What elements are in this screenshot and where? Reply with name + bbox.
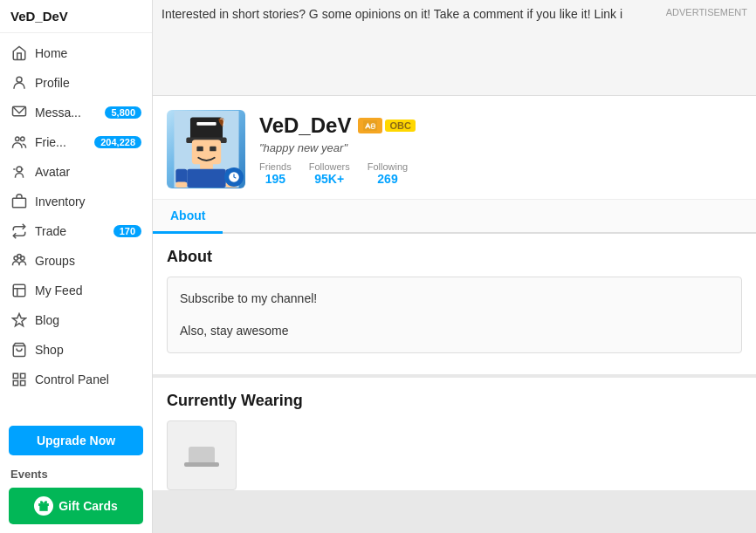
builder-icon: [358, 118, 382, 133]
sidebar-item-blog-label: Blog: [35, 313, 141, 327]
svg-rect-29: [175, 169, 187, 184]
profile-stats: Friends 195 Followers 95K+ Following 269: [259, 161, 742, 186]
sidebar-item-myfeed-label: My Feed: [35, 284, 141, 297]
stat-friends: Friends 195: [259, 161, 292, 186]
stat-followers: Followers 95K+: [309, 161, 350, 186]
person-icon: [10, 74, 28, 92]
ad-banner: Interested in short stories? G some opin…: [153, 0, 756, 96]
svg-rect-14: [13, 373, 17, 378]
trade-badge: 170: [113, 225, 141, 237]
profile-info: VeD_DeV OBC: [259, 113, 742, 186]
svg-point-8: [17, 255, 22, 259]
sidebar-logo: VeD_DeV: [0, 0, 152, 33]
sidebar-item-groups-label: Groups: [35, 254, 141, 268]
currently-wearing-title: Currently Wearing: [167, 392, 742, 410]
followers-count: 95K+: [309, 172, 350, 186]
svg-rect-18: [38, 503, 49, 506]
avatar-container: [167, 110, 245, 188]
panel-icon: [10, 371, 28, 388]
gift-icon: [34, 496, 53, 516]
about-line-1: Subscribe to my channel!: [180, 288, 729, 310]
profile-section: VeD_DeV OBC: [153, 96, 756, 490]
about-line-2: Also, stay awesome: [180, 320, 729, 342]
currently-wearing-section: Currently Wearing: [153, 374, 756, 490]
events-label: Events: [0, 462, 152, 484]
svg-point-4: [17, 167, 22, 172]
svg-rect-15: [21, 373, 25, 378]
svg-rect-21: [189, 117, 222, 140]
sidebar-nav: Home Profile Messa... 5,800 Frie... 204,…: [0, 33, 152, 419]
sidebar-item-inventory[interactable]: Inventory: [0, 187, 152, 216]
svg-rect-31: [175, 182, 187, 188]
friends-badge: 204,228: [94, 136, 141, 148]
sidebar-item-blog[interactable]: Blog: [0, 305, 152, 335]
home-icon: [10, 44, 28, 62]
friends-label: Friends: [259, 161, 292, 172]
svg-rect-25: [196, 147, 203, 152]
upgrade-now-button[interactable]: Upgrade Now: [9, 426, 143, 455]
inventory-icon: [10, 193, 28, 210]
tab-about[interactable]: About: [153, 200, 223, 234]
sidebar-item-profile[interactable]: Profile: [0, 68, 152, 98]
sidebar-item-controlpanel-label: Control Panel: [35, 372, 141, 386]
sidebar-item-avatar[interactable]: Avatar: [0, 157, 152, 187]
sidebar-item-messages-label: Messa...: [35, 106, 98, 120]
avatar-icon: [10, 163, 28, 181]
sidebar-item-trade[interactable]: Trade 170: [0, 216, 152, 246]
message-icon: [10, 104, 28, 121]
avatar-status-badge: [224, 167, 244, 187]
groups-icon: [10, 252, 28, 270]
gift-cards-label: Gift Cards: [58, 499, 118, 513]
sidebar-item-friends[interactable]: Frie... 204,228: [0, 127, 152, 157]
sidebar-item-groups[interactable]: Groups: [0, 246, 152, 276]
sidebar-item-shop[interactable]: Shop: [0, 335, 152, 365]
svg-rect-17: [21, 381, 25, 386]
stat-following: Following 269: [368, 161, 408, 186]
shop-icon: [10, 341, 28, 359]
sidebar-item-friends-label: Frie...: [35, 135, 87, 149]
friends-count: 195: [259, 172, 292, 186]
gift-cards-button[interactable]: Gift Cards: [9, 488, 143, 524]
sidebar-item-shop-label: Shop: [35, 343, 141, 357]
svg-rect-28: [187, 169, 225, 188]
about-box: Subscribe to my channel! Also, stay awes…: [167, 277, 742, 353]
following-label: Following: [368, 161, 408, 172]
main-content: Interested in short stories? G some opin…: [153, 0, 756, 533]
profile-name-row: VeD_DeV OBC: [259, 113, 742, 138]
sidebar-item-messages[interactable]: Messa... 5,800: [0, 98, 152, 127]
messages-badge: 5,800: [105, 106, 141, 119]
svg-point-2: [16, 137, 20, 141]
avatar-image: [167, 110, 245, 188]
people-icon: [10, 133, 28, 151]
sidebar-item-controlpanel[interactable]: Control Panel: [0, 365, 152, 394]
svg-point-0: [17, 77, 22, 82]
profile-header: VeD_DeV OBC: [153, 96, 756, 200]
svg-rect-26: [210, 147, 216, 152]
wearing-item: [167, 420, 237, 490]
sidebar-item-inventory-label: Inventory: [35, 195, 141, 208]
about-section: About Subscribe to my channel! Also, sta…: [153, 234, 756, 367]
sidebar-item-avatar-label: Avatar: [35, 165, 141, 179]
feed-icon: [10, 282, 28, 299]
sidebar-item-myfeed[interactable]: My Feed: [0, 276, 152, 305]
wearing-items-list: [167, 420, 742, 490]
sidebar-item-home[interactable]: Home: [0, 38, 152, 68]
svg-rect-5: [13, 198, 26, 208]
following-count: 269: [368, 172, 408, 186]
svg-point-3: [21, 137, 25, 141]
sidebar-item-home-label: Home: [35, 46, 141, 60]
builder-badge: OBC: [358, 118, 415, 133]
sidebar-item-profile-label: Profile: [35, 76, 141, 90]
profile-bio: "happy new year": [259, 141, 742, 154]
blog-icon: [10, 311, 28, 329]
sidebar: VeD_DeV Home Profile Messa... 5,800: [0, 0, 153, 533]
obc-badge: OBC: [385, 120, 415, 132]
svg-marker-12: [13, 314, 26, 326]
svg-rect-16: [13, 381, 17, 386]
svg-rect-23: [196, 122, 216, 126]
svg-rect-39: [184, 462, 219, 467]
profile-username: VeD_DeV: [259, 113, 351, 138]
about-title: About: [167, 248, 742, 266]
svg-rect-9: [13, 284, 25, 297]
trade-icon: [10, 222, 28, 240]
